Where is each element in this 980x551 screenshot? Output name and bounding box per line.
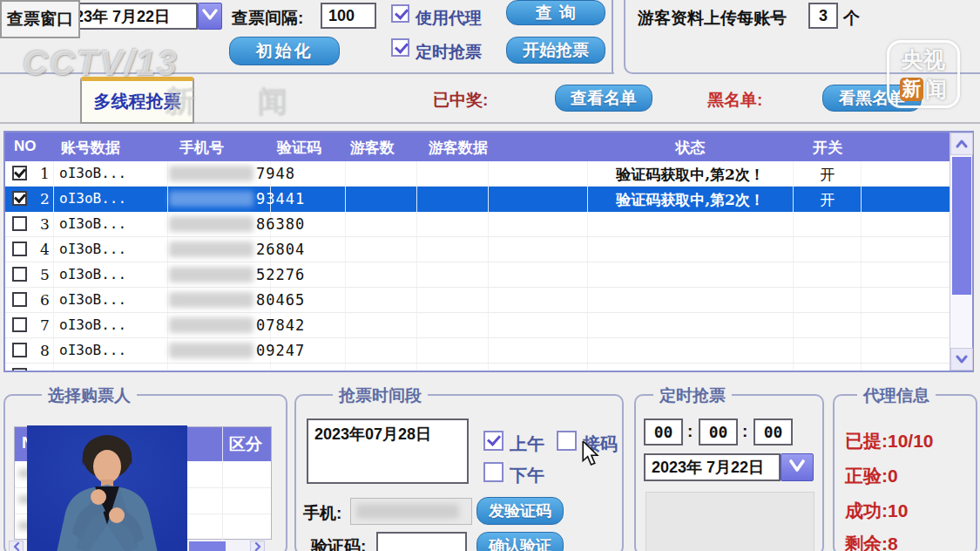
- phone-redaction: [169, 317, 253, 333]
- row-checkbox[interactable]: [12, 292, 27, 307]
- phone-input[interactable]: [350, 498, 472, 525]
- chevron-up-icon: [956, 136, 968, 152]
- pm-checkbox[interactable]: [483, 462, 504, 482]
- row-checkbox[interactable]: [12, 216, 27, 231]
- ticket-bot-window: 日期: 2023年 7月22日 查票间隔: 100 使用代理 查询 初始化 定时…: [0, 0, 980, 551]
- interpreter-illustration: [27, 425, 187, 551]
- timer-log-box: [645, 492, 814, 551]
- news-watermark-faint: 新闻: [166, 82, 350, 122]
- send-code-button[interactable]: 发验证码: [476, 497, 564, 525]
- init-button[interactable]: 初始化: [229, 37, 340, 65]
- mouse-cursor: [580, 441, 603, 471]
- phone-cell: 80465: [256, 291, 305, 309]
- proxy-verifying: 正验:0: [845, 464, 898, 488]
- hscrollbar-thumb[interactable]: [189, 541, 226, 551]
- phone-redaction: [169, 292, 253, 308]
- grab-date-input[interactable]: 2023年07月28日: [307, 418, 469, 484]
- proxy-success: 成功:10: [845, 499, 908, 523]
- buyer-panel: 选择购票人 NO 区分: [3, 394, 287, 551]
- table-row[interactable]: 4 oI3oB... 26804: [5, 237, 950, 262]
- timer-colon: :: [742, 422, 747, 441]
- timer-date-dropdown-button[interactable]: [781, 453, 814, 481]
- tab-check-window[interactable]: 查票窗口: [0, 0, 80, 38]
- table-row[interactable]: 6 oI3oB... 80465: [5, 288, 950, 313]
- am-checkbox[interactable]: [483, 431, 504, 451]
- table-scrollbar[interactable]: [950, 133, 972, 371]
- accounts-table: NO 账号数据 手机号 验证码 游客数 游客数据 状态 开关 1 oI3oB..…: [3, 131, 974, 372]
- scroll-right-button[interactable]: [250, 541, 265, 551]
- timer-minute-input[interactable]: 00: [699, 418, 738, 446]
- start-grab-button[interactable]: 开始抢票: [506, 37, 605, 64]
- phone-redaction: [169, 216, 253, 232]
- row-checkbox[interactable]: [12, 166, 27, 180]
- chevron-down-icon: [956, 351, 968, 367]
- table-row[interactable]: 5 oI3oB... 52276: [5, 262, 950, 288]
- accounts-table-header: NO 账号数据 手机号 验证码 游客数 游客数据 状态 开关: [5, 133, 950, 161]
- table-row-partial[interactable]: [5, 364, 950, 371]
- table-row-selected[interactable]: 2 oI3oB... 93441 验证码获取中,第2次！ 开: [5, 187, 950, 212]
- row-checkbox[interactable]: [12, 241, 27, 256]
- phone-cell: 07842: [256, 316, 305, 334]
- use-proxy-checkbox[interactable]: [391, 4, 409, 23]
- blacklist-label: 黑名单:: [707, 89, 762, 112]
- switch-cell: 开: [794, 165, 861, 185]
- chevron-down-icon: [202, 9, 218, 24]
- timer-hour-input[interactable]: 00: [644, 418, 683, 446]
- row-checkbox[interactable]: [12, 317, 27, 332]
- row-checkbox[interactable]: [12, 368, 27, 371]
- scroll-up-button[interactable]: [950, 133, 973, 155]
- scroll-down-button[interactable]: [950, 348, 973, 371]
- account-cell: oI3oB...: [59, 266, 126, 282]
- row-checkbox[interactable]: [12, 191, 27, 206]
- table-row[interactable]: 8 oI3oB... 09247: [5, 338, 950, 364]
- badge-xin-tile: 新: [900, 78, 923, 101]
- proxy-panel-title: 代理信息: [857, 384, 936, 407]
- account-cell: oI3oB...: [59, 241, 126, 257]
- timed-grab-label: 定时抢票: [416, 41, 482, 64]
- won-label: 已中奖:: [433, 89, 488, 112]
- scroll-left-button[interactable]: [9, 541, 24, 551]
- timer-panel: 定时抢票 00 : 00 : 00 2023年 7月22日: [634, 394, 824, 551]
- col-captcha: 验证码: [277, 138, 321, 158]
- view-winner-list-button[interactable]: 查看名单: [555, 85, 652, 112]
- col-switch: 开关: [794, 138, 861, 158]
- timer-date-select[interactable]: 2023年 7月22日: [644, 453, 781, 481]
- col-visitor-data: 游客数据: [429, 138, 488, 158]
- row-number: 2: [40, 190, 50, 207]
- date-dropdown-button[interactable]: [198, 3, 222, 30]
- receive-code-checkbox[interactable]: [557, 431, 577, 451]
- account-cell: oI3oB...: [59, 190, 126, 207]
- status-cell: 验证码获取中,第2次！: [589, 190, 792, 210]
- query-button[interactable]: 查询: [506, 0, 605, 25]
- status-cell: 验证码获取中,第2次！: [589, 165, 792, 185]
- phone-input-redaction: [356, 504, 459, 519]
- table-row[interactable]: 7 oI3oB... 07842: [5, 313, 950, 338]
- timer-second-input[interactable]: 00: [754, 418, 793, 446]
- proxy-info-panel: 代理信息 已提:10/10 正验:0 成功:10 剩余:8: [833, 394, 977, 551]
- account-cell: oI3oB...: [59, 165, 126, 181]
- captcha-label: 验证码:: [311, 535, 366, 551]
- phone-cell: 86380: [256, 215, 305, 233]
- captcha-input[interactable]: [376, 532, 467, 551]
- proxy-submitted: 已提:10/10: [845, 429, 934, 453]
- account-cell: oI3oB...: [59, 342, 126, 358]
- phone-redaction: [169, 267, 253, 282]
- account-cell: oI3oB...: [59, 291, 126, 308]
- visitor-upload-input[interactable]: 3: [808, 3, 838, 29]
- table-row[interactable]: 1 oI3oB... 7948 验证码获取中,第2次！ 开: [5, 161, 950, 187]
- buyer-gridline: [222, 461, 223, 541]
- row-number: 7: [40, 316, 50, 334]
- interval-input[interactable]: 100: [321, 3, 376, 29]
- row-checkbox[interactable]: [12, 267, 27, 282]
- grab-time-title: 抢票时间段: [333, 384, 428, 407]
- confirm-captcha-button[interactable]: 确认验证: [476, 532, 564, 551]
- row-checkbox[interactable]: [12, 343, 27, 357]
- timer-colon: :: [687, 422, 693, 441]
- col-visitors: 游客数: [350, 138, 395, 158]
- row-number: 8: [40, 342, 50, 359]
- scrollbar-thumb[interactable]: [952, 157, 971, 295]
- phone-redaction: [169, 166, 253, 181]
- table-row[interactable]: 3 oI3oB... 86380: [5, 212, 950, 237]
- timed-grab-checkbox[interactable]: [391, 38, 409, 57]
- visitor-upload-label: 游客资料上传每账号: [638, 7, 787, 30]
